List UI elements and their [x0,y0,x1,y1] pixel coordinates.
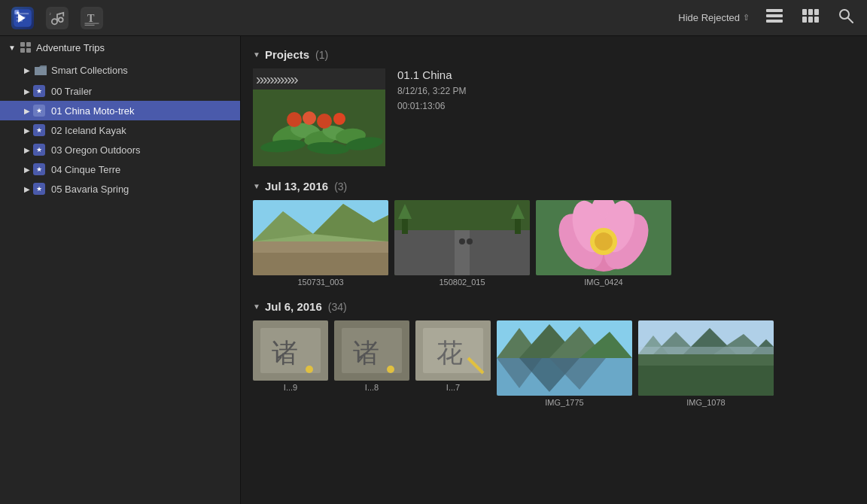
toolbar-right: Hide Rejected ⇧ [678,5,856,30]
media-thumb-stone2: 诸 [334,320,409,381]
media-item-img1775[interactable]: IMG_1775 [497,320,632,407]
jul13-title: Jul 13, 2016 [265,180,328,193]
jul6-count: (34) [328,301,347,313]
svg-text:♪: ♪ [49,11,51,16]
svg-rect-19 [808,17,813,23]
group-chevron-down [6,41,18,53]
media-item-img1078[interactable]: IMG_1078 [638,320,774,407]
svg-rect-15 [802,9,807,15]
toolbar: ★ ♪ ♪ T [0,0,867,36]
project-duration: 00:01:13:06 [397,101,466,111]
svg-rect-18 [802,17,807,23]
sidebar-item-smart-collections[interactable]: Smart Collections [0,59,240,81]
svg-point-67 [306,366,313,373]
star-icon-04: ★ [33,163,45,175]
svg-point-63 [595,232,613,250]
oregon-chevron [21,144,33,156]
media-item-i8[interactable]: 诸 I...8 [334,320,409,407]
group-label: Adventure Trips [36,42,234,53]
media-label-i8: I...8 [365,383,379,392]
svg-line-22 [848,18,853,23]
projects-count: (1) [315,49,328,61]
media-thumb-stone3: 花 [415,320,491,381]
svg-rect-13 [766,14,783,17]
sidebar-smart-collections-label: Smart Collections [51,65,234,76]
media-thumb-road [394,200,530,275]
sidebar: Adventure Trips Smart Collections ★ 00 T… [0,36,241,504]
svg-text:花: 花 [437,339,463,368]
sidebar-item-00-trailer[interactable]: ★ 00 Trailer [0,81,240,101]
sidebar-item-03-oregon[interactable]: ★ 03 Oregon Outdoors [0,140,240,159]
svg-text:诸: 诸 [272,339,298,368]
media-thumb-flower [536,200,671,275]
jul13-media-grid: 150731_003 [253,200,855,287]
sidebar-02-iceland-label: 02 Iceland Kayak [51,125,234,136]
svg-point-54 [467,238,473,244]
svg-rect-27 [253,90,385,166]
jul13-count: (3) [334,181,347,193]
filmstrip-button[interactable] [799,6,822,29]
svg-rect-26 [26,48,31,53]
project-chevrons-strip: »»»»»» [253,68,385,90]
grid-icon [18,40,33,55]
main-layout: Adventure Trips Smart Collections ★ 00 T… [0,36,867,504]
media-label-img1775: IMG_1775 [545,398,583,407]
svg-text:★: ★ [16,11,20,15]
fcp-icon-btn[interactable]: ★ [11,6,35,30]
projects-section-header: ▼ Projects (1) [253,48,855,61]
svg-rect-45 [253,253,388,275]
hide-rejected-label: Hide Rejected [678,12,740,23]
hide-rejected-button[interactable]: Hide Rejected ⇧ [678,12,750,23]
iceland-chevron [21,124,33,136]
trailer-chevron [21,85,33,97]
search-button[interactable] [835,5,856,30]
star-icon-02: ★ [33,124,45,136]
content-area: ▼ Projects (1) »»»»»» [241,36,867,504]
svg-rect-25 [20,48,25,53]
smart-collections-chevron [21,64,33,76]
svg-point-53 [459,238,465,244]
project-info: 01.1 China 8/12/16, 3:22 PM 00:01:13:06 [397,68,466,111]
svg-rect-16 [808,9,813,15]
list-view-button[interactable] [763,6,786,29]
media-label-150802: 150802_015 [439,278,485,287]
media-thumb-mountain [253,200,388,275]
sidebar-item-04-cinque[interactable]: ★ 04 Cinque Terre [0,159,240,179]
media-item-i9[interactable]: 诸 I...9 [253,320,328,407]
media-item-150731[interactable]: 150731_003 [253,200,388,287]
bavaria-chevron [21,183,33,195]
project-card-china[interactable]: »»»»»» [253,68,855,166]
jul13-chevron[interactable]: ▼ [253,182,260,190]
star-icon-03: ★ [33,144,45,156]
fcp-icon: ★ [11,7,34,29]
project-name: 01.1 China [397,68,466,81]
svg-rect-48 [455,230,470,275]
svg-point-71 [387,366,394,373]
svg-rect-14 [766,20,783,23]
svg-point-21 [840,10,849,19]
folder-icon-smart [33,62,48,77]
jul6-chevron[interactable]: ▼ [253,302,260,311]
sidebar-01-china-label: 01 China Moto-trek [51,105,234,117]
title-icon-btn[interactable]: T [80,6,104,30]
jul6-title: Jul 6, 2016 [265,300,322,313]
sidebar-group-header[interactable]: Adventure Trips [0,36,240,59]
toolbar-left: ★ ♪ ♪ T [11,6,104,30]
media-thumb-karst2 [638,320,774,396]
jul6-media-grid: 诸 I...9 诸 I...8 [253,320,855,407]
media-label-img0424: IMG_0424 [584,278,622,287]
sidebar-item-02-iceland[interactable]: ★ 02 Iceland Kayak [0,120,240,140]
music-icon-btn[interactable]: ♪ ♪ [45,6,69,30]
media-item-img0424[interactable]: IMG_0424 [536,200,671,287]
project-thumb-food [253,90,385,166]
sidebar-item-01-china[interactable]: ★ 01 China Moto-trek [0,101,240,120]
title-icon: T [81,7,103,29]
sidebar-item-05-bavaria[interactable]: ★ 05 Bavaria Spring [0,179,240,199]
star-icon-05: ★ [33,183,45,195]
media-item-150802[interactable]: 150802_015 [394,200,530,287]
media-item-i7[interactable]: 花 I...7 [415,320,491,407]
svg-point-36 [333,113,345,125]
projects-chevron[interactable]: ▼ [253,50,260,59]
media-thumb-stone1: 诸 [253,320,328,381]
star-icon-00: ★ [33,85,45,97]
